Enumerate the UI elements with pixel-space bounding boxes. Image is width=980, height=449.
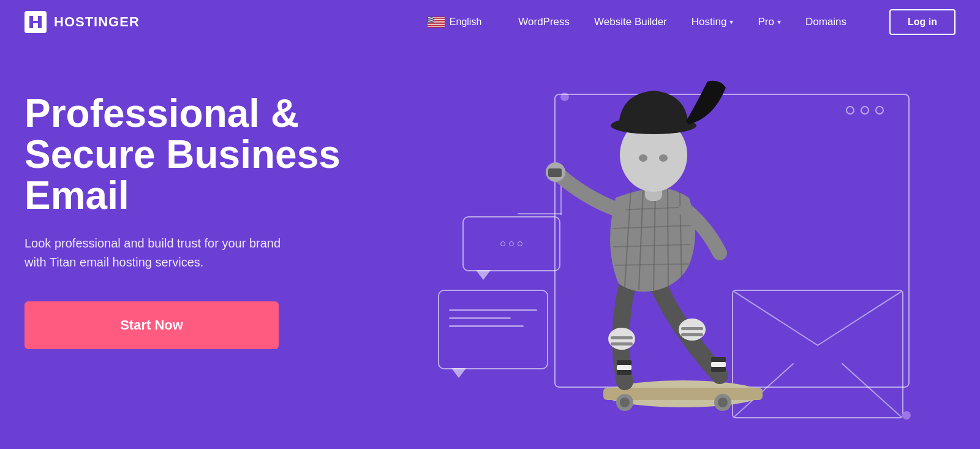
hero-section: Professional & Secure Business Email Loo… <box>0 44 980 449</box>
svg-line-35 <box>842 363 902 418</box>
nav-website-builder[interactable]: Website Builder <box>594 16 667 28</box>
svg-rect-5 <box>428 23 445 23</box>
svg-rect-6 <box>428 24 445 25</box>
svg-point-25 <box>431 20 432 21</box>
logo-area[interactable]: HOSTINGER <box>24 11 140 33</box>
skater-svg <box>511 75 769 431</box>
browser-dot-1 <box>846 106 854 115</box>
us-flag-icon <box>428 17 445 28</box>
svg-rect-64 <box>617 365 631 370</box>
nav-domains[interactable]: Domains <box>805 16 846 28</box>
svg-point-9 <box>428 17 429 18</box>
svg-point-15 <box>430 18 431 19</box>
main-nav: WordPress Website Builder Hosting ▾ Pro … <box>518 9 956 35</box>
svg-rect-66 <box>711 357 726 362</box>
svg-point-28 <box>429 21 430 22</box>
svg-point-26 <box>432 20 433 21</box>
illustration-container <box>389 81 916 437</box>
browser-dot-2 <box>861 106 869 115</box>
hosting-chevron-icon: ▾ <box>729 18 733 26</box>
svg-point-30 <box>432 21 432 22</box>
svg-point-41 <box>718 398 728 407</box>
svg-point-21 <box>432 19 432 20</box>
svg-point-29 <box>431 21 431 22</box>
svg-point-20 <box>431 19 431 20</box>
login-button[interactable]: Log in <box>889 9 956 35</box>
svg-line-51 <box>668 189 668 289</box>
svg-rect-68 <box>711 367 726 372</box>
svg-point-39 <box>620 398 630 407</box>
browser-dot-3 <box>875 106 884 115</box>
hero-right <box>349 69 956 449</box>
svg-rect-44 <box>611 336 633 339</box>
svg-point-23 <box>429 20 429 21</box>
svg-point-31 <box>433 21 434 22</box>
svg-point-16 <box>431 18 432 19</box>
svg-line-33 <box>818 291 902 345</box>
svg-rect-69 <box>548 168 562 177</box>
svg-rect-7 <box>428 26 445 26</box>
language-selector[interactable]: English <box>428 17 481 28</box>
svg-point-10 <box>429 17 430 18</box>
svg-point-17 <box>432 18 433 19</box>
start-now-button[interactable]: Start Now <box>24 301 279 349</box>
svg-point-11 <box>431 17 431 18</box>
svg-point-18 <box>428 19 429 20</box>
svg-point-62 <box>659 154 668 162</box>
svg-point-27 <box>428 21 429 22</box>
svg-point-61 <box>639 154 647 162</box>
language-label: English <box>450 17 481 28</box>
svg-point-13 <box>433 17 434 18</box>
svg-point-24 <box>430 20 431 21</box>
logo-text: HOSTINGER <box>54 14 140 30</box>
hero-left: Professional & Secure Business Email Loo… <box>24 69 349 349</box>
svg-rect-47 <box>681 333 703 336</box>
nav-pro[interactable]: Pro ▾ <box>758 16 780 28</box>
svg-point-19 <box>429 19 430 20</box>
nav-hosting[interactable]: Hosting ▾ <box>692 16 734 28</box>
browser-dots <box>846 106 884 115</box>
svg-point-22 <box>433 19 434 20</box>
hostinger-logo-icon <box>24 11 47 33</box>
nav-wordpress[interactable]: WordPress <box>518 16 570 28</box>
svg-rect-46 <box>681 327 703 330</box>
svg-rect-65 <box>617 370 631 375</box>
svg-point-14 <box>429 18 429 19</box>
header: HOSTINGER <box>0 0 980 44</box>
hero-description: Look professional and build trust for yo… <box>24 234 294 272</box>
hero-title: Professional & Secure Business Email <box>24 93 349 217</box>
svg-point-12 <box>432 17 432 18</box>
pro-chevron-icon: ▾ <box>777 18 781 26</box>
accent-dot-bottom <box>902 411 911 420</box>
skater-figure <box>499 63 781 443</box>
svg-rect-45 <box>611 342 633 345</box>
svg-rect-63 <box>617 360 631 365</box>
svg-rect-67 <box>711 362 726 367</box>
